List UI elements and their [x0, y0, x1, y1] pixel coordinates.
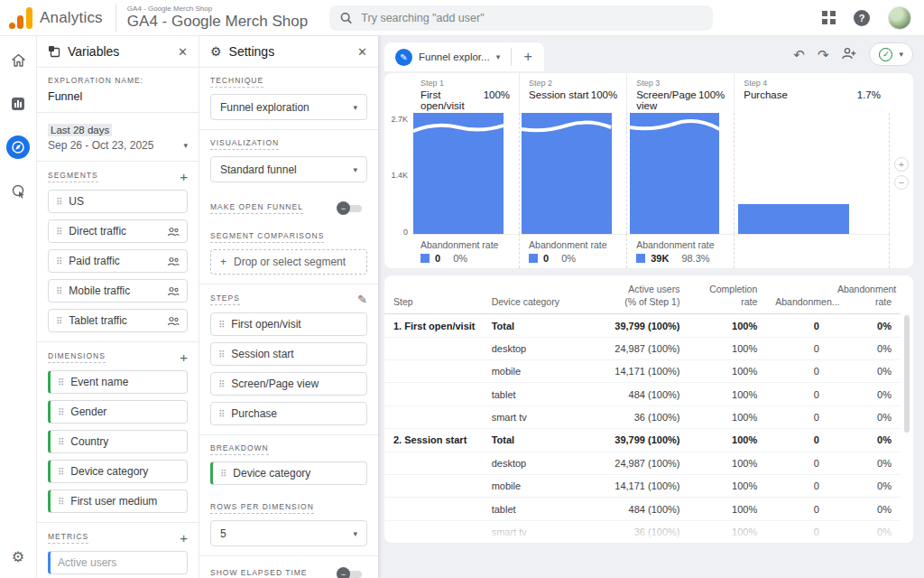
legend-swatch [636, 254, 645, 263]
settings-gear-icon: ⚙ [210, 44, 222, 59]
search-input[interactable] [361, 12, 702, 24]
tab-label: Funnel explor... [419, 51, 490, 62]
add-metric-icon[interactable]: + [180, 531, 188, 545]
drag-handle-icon[interactable]: ⠿ [220, 469, 226, 479]
date-preset[interactable]: Last 28 days [48, 124, 112, 136]
visualization-select[interactable]: Standard funnel ▾ [210, 156, 367, 182]
drag-handle-icon[interactable]: ⠿ [56, 197, 62, 207]
metrics-section: METRICS + Active users Event count [37, 523, 199, 578]
step-bar-2[interactable] [519, 113, 626, 234]
step-bar-4[interactable] [734, 113, 890, 234]
drag-handle-icon[interactable]: ⠿ [218, 409, 225, 419]
segment-item[interactable]: ⠿ Tablet traffic [48, 309, 188, 332]
zoom-out-icon[interactable]: − [894, 175, 909, 190]
col-device-category[interactable]: Device category [483, 275, 576, 314]
table-row[interactable]: mobile 14,171 (100%)100% 00% [384, 360, 901, 383]
dimension-item[interactable]: ⠿ Gender [48, 400, 188, 424]
add-segment-icon[interactable]: + [180, 170, 188, 183]
elapsed-time-toggle[interactable]: − [337, 568, 364, 578]
segment-item[interactable]: ⠿ Mobile traffic [48, 279, 188, 303]
edit-steps-icon[interactable]: ✎ [357, 293, 367, 306]
add-dimension-icon[interactable]: + [180, 350, 188, 364]
redo-icon[interactable]: ↷ [818, 48, 829, 61]
search-icon [340, 12, 352, 24]
drag-handle-icon[interactable]: ⠿ [56, 316, 62, 326]
property-switcher[interactable]: GA4 - Google Merch Shop GA4 - Google Mer… [127, 5, 308, 30]
advertising-icon[interactable] [6, 179, 30, 202]
dimension-item[interactable]: ⠿ First user medium [48, 489, 188, 513]
help-icon[interactable]: ? [854, 10, 870, 26]
step-item[interactable]: ⠿ Session start [210, 342, 367, 366]
technique-label: TECHNIQUE [210, 76, 263, 88]
drag-handle-icon[interactable]: ⠿ [56, 227, 62, 237]
segment-item[interactable]: ⠿ Direct traffic [48, 219, 188, 243]
table-row[interactable]: 2. Session startTotal 39,799 (100%)100% … [384, 429, 901, 452]
drag-handle-icon[interactable]: ⠿ [218, 379, 225, 389]
col-step[interactable]: Step [384, 275, 483, 314]
drag-handle-icon[interactable]: ⠿ [58, 467, 64, 477]
drag-handle-icon[interactable]: ⠿ [58, 437, 64, 447]
drag-handle-icon[interactable]: ⠿ [58, 407, 64, 417]
avatar[interactable] [888, 6, 911, 30]
table-scrollbar[interactable] [904, 315, 910, 433]
step-item[interactable]: ⠿ First open/visit [210, 312, 367, 336]
explore-icon[interactable] [6, 135, 30, 159]
breakdown-item[interactable]: ⠿ Device category [210, 461, 367, 485]
step-bar-3[interactable] [626, 113, 734, 234]
table-row[interactable]: desktop 24,987 (100%)100% 00% [384, 452, 901, 474]
steps-section: STEPS ✎ ⠿ First open/visit ⠿ Session sta… [199, 284, 378, 435]
table-row[interactable]: tablet 484 (100%)100% 00% [384, 498, 901, 520]
global-search[interactable] [329, 5, 713, 31]
segments-section: SEGMENTS + ⠿ US ⠿ Direct traffic ⠿ Paid … [37, 162, 199, 342]
table-row[interactable]: mobile 14,171 (100%)100% 00% [384, 474, 901, 497]
close-variables-icon[interactable]: ✕ [178, 45, 188, 59]
segment-item[interactable]: ⠿ Paid traffic [48, 249, 188, 273]
segment-dropzone[interactable]: + Drop or select segment [210, 249, 367, 275]
step-header-4: Step 4 Purchase1.7% [734, 73, 890, 113]
zoom-in-icon[interactable]: + [894, 157, 909, 172]
saved-status-button[interactable]: ✓ ▾ [869, 42, 913, 66]
col-active-users[interactable]: Active users (% of Step 1) [576, 275, 689, 314]
drag-handle-icon[interactable]: ⠿ [218, 350, 225, 359]
dimension-item[interactable]: ⠿ Event name [48, 370, 188, 394]
chevron-down-icon[interactable]: ▾ [496, 52, 501, 61]
date-range-section[interactable]: Last 28 days Sep 26 - Oct 23, 2025 ▾ [37, 113, 199, 162]
drag-handle-icon[interactable]: ⠿ [58, 378, 64, 387]
admin-gear-icon[interactable]: ⚙ [12, 548, 24, 565]
technique-select[interactable]: Funnel exploration ▾ [210, 94, 367, 120]
col-abandonments[interactable]: Abandonmen... [766, 275, 828, 314]
table-row[interactable]: smart tv 36 (100%)100% 00% [384, 406, 901, 428]
dimension-item[interactable]: ⠿ Device category [48, 460, 188, 483]
reports-icon[interactable] [6, 92, 30, 116]
drag-handle-icon[interactable]: ⠿ [218, 320, 225, 330]
drag-handle-icon[interactable]: ⠿ [56, 286, 62, 296]
close-settings-icon[interactable]: ✕ [357, 45, 367, 59]
undo-icon[interactable]: ↶ [793, 48, 805, 61]
metric-item[interactable]: Active users [48, 551, 188, 574]
step-bar-1[interactable] [411, 113, 519, 234]
tab-funnel-exploration[interactable]: ✎ Funnel explor... ▾ [384, 42, 511, 71]
rows-per-dimension-label: ROWS PER DIMENSION [210, 502, 314, 514]
drag-handle-icon[interactable]: ⠿ [58, 497, 64, 507]
col-abandonment-rate[interactable]: Abandonment rate [828, 275, 901, 314]
elapsed-time-section: SHOW ELAPSED TIME − [199, 556, 378, 578]
metrics-label: METRICS [48, 532, 88, 544]
col-completion-rate[interactable]: Completion rate [688, 275, 766, 314]
table-row[interactable]: 1. First open/visitTotal 39,799 (100%)10… [384, 314, 901, 337]
apps-grid-icon[interactable] [822, 11, 836, 24]
y-axis: 2.7K 1.4K 0 [384, 113, 411, 234]
open-funnel-toggle[interactable]: − [337, 202, 364, 214]
chevron-down-icon[interactable]: ▾ [183, 141, 188, 150]
drag-handle-icon[interactable]: ⠿ [56, 256, 62, 266]
add-tab-button[interactable]: + [512, 42, 544, 71]
share-add-user-icon[interactable] [841, 47, 856, 61]
table-row[interactable]: desktop 24,987 (100%)100% 00% [384, 337, 901, 359]
home-icon[interactable] [6, 49, 30, 72]
exploration-name-value[interactable]: Funnel [48, 90, 188, 103]
step-item[interactable]: ⠿ Screen/Page view [210, 372, 367, 396]
rows-per-dimension-select[interactable]: 5 ▾ [210, 520, 367, 546]
dimension-item[interactable]: ⠿ Country [48, 430, 188, 453]
step-item[interactable]: ⠿ Purchase [210, 402, 367, 425]
segment-item[interactable]: ⠿ US [48, 190, 188, 213]
table-row[interactable]: tablet 484 (100%)100% 00% [384, 383, 901, 406]
